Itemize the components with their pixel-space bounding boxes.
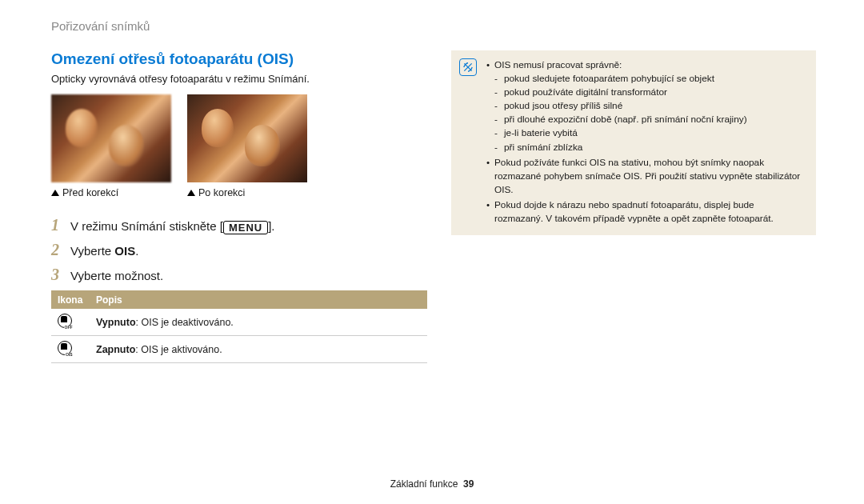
page-footer: Základní funkce 39 [0,478,864,490]
step-2: 2 Vyberte OIS. [51,241,427,259]
ois-on-icon: OIS [58,341,72,355]
note-line-2: Pokud dojde k nárazu nebo spadnutí fotoa… [486,198,805,226]
step-number: 2 [51,241,62,259]
note-sub: při snímání zblízka [494,141,805,154]
step-1-pre: V režimu Snímání stiskněte [ [70,219,223,233]
step-number: 1 [51,216,62,234]
footer-label: Základní funkce [390,478,458,490]
row-text: : OIS je deaktivováno. [136,317,234,328]
caption-after-text: Po korekci [198,187,245,198]
step-2-pre: Vyberte [70,244,114,258]
step-3-text: Vyberte možnost. [70,269,163,282]
table-row: OFF Vypnuto: OIS je deaktivováno. [51,309,427,336]
th-icon: Ikona [51,291,90,310]
note-line-1: Pokud požíváte funkci OIS na stativu, mo… [486,156,805,197]
triangle-up-icon [187,190,195,196]
example-images [51,94,427,182]
menu-button-icon: MENU [223,221,268,234]
photo-before [51,94,171,182]
step-2-post: . [135,244,138,258]
note-box: OIS nemusí pracovat správně: pokud sledu… [451,50,816,235]
triangle-up-icon [51,190,59,196]
page-number: 39 [463,478,474,490]
caption-before: Před korekcí [51,187,171,198]
step-1: 1 V režimu Snímání stiskněte [MENU]. [51,216,427,234]
row-label: Zapnuto [96,344,135,355]
note-sub: při dlouhé expoziční době (např. při sní… [494,113,805,126]
row-label: Vypnuto [96,317,136,328]
photo-after [187,94,307,182]
note-sub: pokud sledujete fotoaparátem pohybující … [494,72,805,86]
breadcrumb: Pořizování snímků [51,19,816,33]
step-number: 3 [51,266,62,284]
step-1-post: ]. [268,219,274,233]
ois-off-icon: OFF [58,314,72,328]
table-row: OIS Zapnuto: OIS je aktivováno. [51,336,427,363]
step-2-bold: OIS [114,244,135,258]
caption-after: Po korekci [187,187,307,198]
note-sub: pokud používáte digitální transformátor [494,86,805,99]
options-table: Ikona Popis OFF Vypnuto: OIS je deaktivo… [51,290,427,363]
section-title: Omezení otřesů fotoaparátu (OIS) [51,50,427,68]
th-desc: Popis [90,291,427,310]
row-text: : OIS je aktivováno. [135,344,222,355]
intro-text: Opticky vyrovnává otřesy fotoaparátu v r… [51,73,427,85]
caption-before-text: Před korekcí [62,187,118,198]
note-line-0: OIS nemusí pracovat správně: [494,59,622,70]
note-sub: je-li baterie vybitá [494,126,805,140]
step-3: 3 Vyberte možnost. [51,266,427,284]
steps-list: 1 V režimu Snímání stiskněte [MENU]. 2 V… [51,216,427,284]
note-icon [459,58,477,76]
note-sub: pokud jsou otřesy příliš silné [494,99,805,113]
